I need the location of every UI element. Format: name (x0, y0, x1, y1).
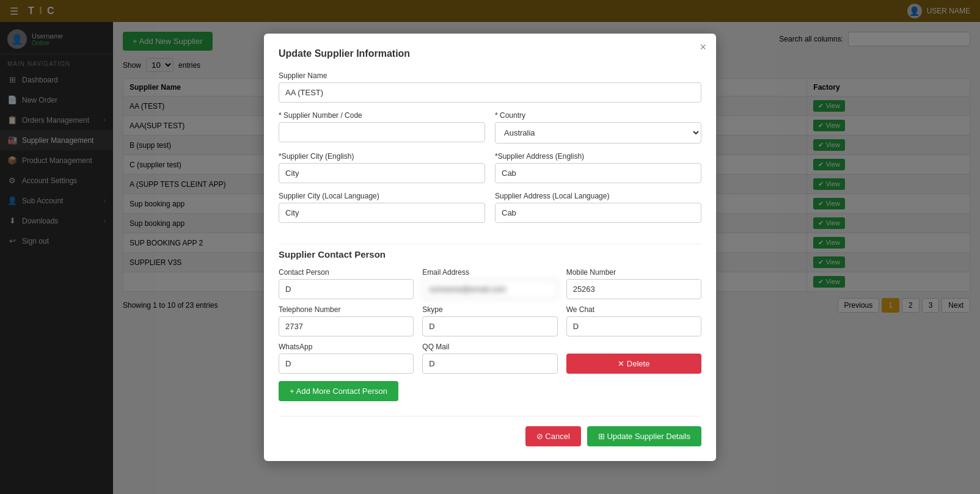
add-contact-button[interactable]: + Add More Contact Person (279, 381, 398, 401)
telephone-input[interactable] (279, 316, 414, 336)
country-label: * Country (495, 111, 701, 120)
wechat-input[interactable] (566, 316, 701, 336)
telephone-col: Telephone Number (279, 305, 414, 336)
telephone-label: Telephone Number (279, 305, 414, 314)
contact-section-title: Supplier Contact Person (279, 244, 701, 260)
supplier-name-input[interactable] (279, 82, 701, 103)
supplier-number-label: * Supplier Number / Code (279, 111, 485, 120)
mobile-input[interactable] (566, 279, 701, 299)
whatsapp-input[interactable] (279, 354, 414, 374)
supplier-number-input[interactable] (279, 122, 485, 142)
contact-row-3: WhatsApp QQ Mail ✕ Delete (279, 343, 701, 374)
add-contact-area: + Add More Contact Person (279, 381, 701, 401)
address-local-col: Supplier Address (Local Language) (495, 192, 701, 231)
email-input[interactable] (422, 279, 557, 299)
city-local-input[interactable] (279, 203, 485, 223)
skype-input[interactable] (422, 316, 557, 336)
update-supplier-modal: Update Supplier Information × Supplier N… (264, 34, 716, 461)
city-english-col: *Supplier City (English) (279, 152, 485, 192)
city-address-english-row: *Supplier City (English) *Supplier Addre… (279, 152, 701, 192)
modal-title: Update Supplier Information (279, 48, 701, 59)
country-col: * Country Australia China United States … (495, 111, 701, 152)
city-address-local-row: Supplier City (Local Language) Supplier … (279, 192, 701, 231)
address-english-input[interactable] (495, 163, 701, 183)
city-english-label: *Supplier City (English) (279, 152, 485, 161)
address-english-col: *Supplier Address (English) (495, 152, 701, 192)
modal-footer: ⊘ Cancel ⊞ Update Supplier Details (279, 416, 701, 446)
address-local-label: Supplier Address (Local Language) (495, 192, 701, 200)
mobile-label: Mobile Number (566, 268, 701, 277)
supplier-name-group: Supplier Name (279, 71, 701, 103)
modal-overlay: Update Supplier Information × Supplier N… (0, 0, 980, 494)
update-supplier-button[interactable]: ⊞ Update Supplier Details (587, 426, 701, 446)
qqmail-input[interactable] (422, 354, 557, 374)
city-local-label: Supplier City (Local Language) (279, 192, 485, 200)
country-select[interactable]: Australia China United States United Kin… (495, 122, 701, 143)
modal-close-button[interactable]: × (700, 41, 706, 54)
cancel-button[interactable]: ⊘ Cancel (525, 426, 581, 446)
contact-person-col: Contact Person (279, 268, 414, 299)
city-english-input[interactable] (279, 163, 485, 183)
wechat-col: We Chat (566, 305, 701, 336)
number-country-row: * Supplier Number / Code * Country Austr… (279, 111, 701, 152)
qqmail-label: QQ Mail (422, 343, 557, 351)
delete-contact-button[interactable]: ✕ Delete (566, 354, 701, 374)
contact-row-1: Contact Person Email Address Mobile Numb… (279, 268, 701, 299)
mobile-col: Mobile Number (566, 268, 701, 299)
whatsapp-label: WhatsApp (279, 343, 414, 351)
address-local-input[interactable] (495, 203, 701, 223)
qqmail-col: QQ Mail (422, 343, 557, 374)
skype-col: Skype (422, 305, 557, 336)
skype-label: Skype (422, 305, 557, 314)
whatsapp-col: WhatsApp (279, 343, 414, 374)
supplier-name-label: Supplier Name (279, 71, 701, 80)
supplier-number-col: * Supplier Number / Code (279, 111, 485, 152)
address-english-label: *Supplier Address (English) (495, 152, 701, 161)
contact-person-input[interactable] (279, 279, 414, 299)
contact-person-label: Contact Person (279, 268, 414, 277)
wechat-label: We Chat (566, 305, 701, 314)
contact-row-2: Telephone Number Skype We Chat (279, 305, 701, 336)
city-local-col: Supplier City (Local Language) (279, 192, 485, 231)
email-label: Email Address (422, 268, 557, 277)
email-col: Email Address (422, 268, 557, 299)
delete-col: ✕ Delete (566, 343, 701, 374)
